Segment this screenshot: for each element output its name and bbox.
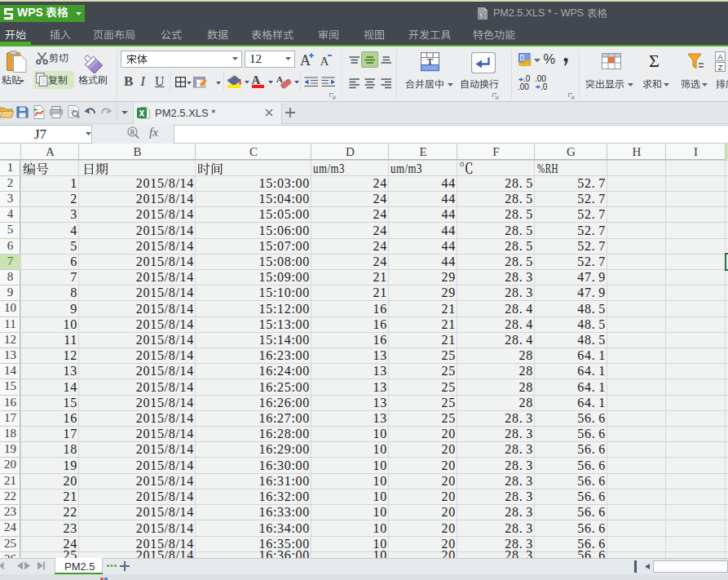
svg-text:5: 5 xyxy=(479,13,483,19)
svg-text:Z: Z xyxy=(718,64,723,72)
svg-text:A: A xyxy=(717,53,722,61)
svg-text:T: T xyxy=(427,56,434,66)
svg-text:R: R xyxy=(130,128,135,136)
